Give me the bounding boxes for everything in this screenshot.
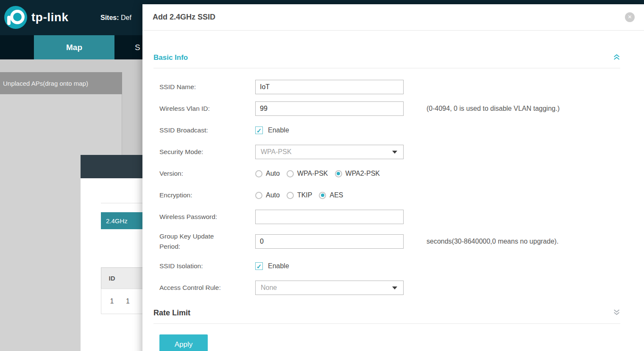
ssid-name-row: SSID Name: [153,80,620,94]
version-option-wpa2-psk[interactable]: WPA2-PSK [335,170,380,177]
table-cell-partial: 1 [123,289,142,314]
vlan-id-label: Wireless Vlan ID: [159,104,255,114]
ssid-broadcast-row: SSID Broadcast: Enable [153,123,620,138]
background-dialog-header [81,155,142,178]
group-key-hint: seconds(30-8640000,0 means no upgrade). [427,238,558,245]
table-cell-id: 1 [101,289,123,314]
group-key-row: Group Key Update Period: seconds(30-8640… [153,231,620,252]
tab-map[interactable]: Map [34,35,114,59]
background-dialog-divider [101,203,142,203]
modal-body: Basic Info SSID Name: Wireless Vlan ID: … [142,53,644,351]
rate-limit-section-header: Rate Limit [153,309,620,317]
ssid-broadcast-checkbox[interactable] [255,126,263,134]
encryption-auto-label: Auto [266,191,280,199]
encryption-row: Encryption: Auto TKIP AES [153,188,620,202]
ssid-broadcast-label: SSID Broadcast: [159,125,255,135]
version-wpa-psk-label: WPA-PSK [297,170,328,177]
sites-selector[interactable]: Sites: Def [100,14,131,22]
version-wpa2-psk-label: WPA2-PSK [346,170,380,177]
radio-icon[interactable] [255,170,262,177]
encryption-option-tkip[interactable]: TKIP [287,191,312,199]
expand-chevrons-down-icon[interactable] [613,309,620,317]
version-option-auto[interactable]: Auto [255,170,280,177]
version-label: Version: [159,168,255,179]
rate-limit-title: Rate Limit [153,309,190,317]
radio-icon[interactable] [287,170,294,177]
tab-statistics-partial[interactable]: S [135,35,140,59]
add-ssid-modal: Add 2.4GHz SSID Basic Info SSID Name: Wi… [142,4,644,351]
basic-info-title: Basic Info [153,53,188,62]
wireless-password-row: Wireless Password: [153,210,620,224]
ssid-name-label: SSID Name: [159,82,255,92]
table-header-id: ID [101,267,123,289]
sites-label: Sites: [100,14,119,21]
background-dialog-body: 2.4GHz ID 1 1 [81,178,142,351]
radio-icon[interactable] [287,192,294,199]
basic-info-divider [153,68,620,68]
ssid-isolation-enable-label: Enable [268,262,289,270]
wireless-password-input[interactable] [255,210,404,224]
wireless-password-label: Wireless Password: [159,212,255,222]
group-key-input[interactable] [255,234,404,249]
ssid-broadcast-enable-label: Enable [268,126,289,134]
encryption-label: Encryption: [159,190,255,200]
access-control-row: Access Control Rule: None [153,281,620,295]
tp-link-logo-icon [4,6,27,29]
radio-selected-icon[interactable] [335,170,342,177]
ssid-broadcast-checkbox-wrap[interactable]: Enable [255,126,289,134]
group-key-label: Group Key Update Period: [159,231,227,252]
ssid-name-input[interactable] [255,80,404,94]
dropdown-caret-icon [392,286,397,289]
modal-header: Add 2.4GHz SSID [142,4,644,31]
close-icon[interactable] [625,12,635,22]
encryption-option-auto[interactable]: Auto [255,191,280,199]
screen: tp-link Sites: Def Map S Unplaced APs(dr… [0,0,644,351]
version-radio-group: Auto WPA-PSK WPA2-PSK [255,170,387,177]
security-mode-value: WPA-PSK [261,148,292,156]
vlan-id-row: Wireless Vlan ID: (0-4094, 0 is used to … [153,101,620,116]
vlan-id-input[interactable] [255,101,404,116]
rate-limit-divider [153,323,620,324]
security-mode-select[interactable]: WPA-PSK [255,145,404,159]
basic-info-section-header: Basic Info [153,53,620,62]
security-mode-row: Security Mode: WPA-PSK [153,145,620,159]
access-control-label: Access Control Rule: [159,283,255,293]
modal-title: Add 2.4GHz SSID [153,13,625,22]
sites-value: Def [121,14,131,21]
radio-icon[interactable] [255,192,262,199]
brand-name: tp-link [31,11,69,24]
ssid-isolation-checkbox[interactable] [255,262,263,270]
vlan-id-hint: (0-4094, 0 is used to disable VLAN taggi… [427,105,560,112]
version-row: Version: Auto WPA-PSK WPA2-PSK [153,166,620,181]
collapse-chevrons-up-icon[interactable] [613,54,620,62]
apply-button[interactable]: Apply [159,334,208,351]
encryption-radio-group: Auto TKIP AES [255,191,350,199]
ssid-isolation-label: SSID Isolation: [159,261,255,271]
access-control-value: None [261,284,277,292]
table-header-partial [123,267,142,289]
unplaced-aps-bar: Unplaced APs(drag onto map) [0,72,122,94]
encryption-option-aes[interactable]: AES [319,191,343,199]
background-dialog: 2.4GHz ID 1 1 [81,155,142,351]
dropdown-caret-icon [392,151,397,154]
version-option-wpa-psk[interactable]: WPA-PSK [287,170,328,177]
encryption-tkip-label: TKIP [297,191,312,199]
ssid-isolation-checkbox-wrap[interactable]: Enable [255,262,289,270]
band-2-4ghz-button[interactable]: 2.4GHz [101,212,142,229]
radio-selected-icon[interactable] [319,192,326,199]
version-auto-label: Auto [266,170,280,177]
ssid-isolation-row: SSID Isolation: Enable [153,259,620,273]
security-mode-label: Security Mode: [159,147,255,157]
tp-link-logo: tp-link [4,6,69,29]
encryption-aes-label: AES [329,191,343,199]
access-control-select[interactable]: None [255,281,404,295]
